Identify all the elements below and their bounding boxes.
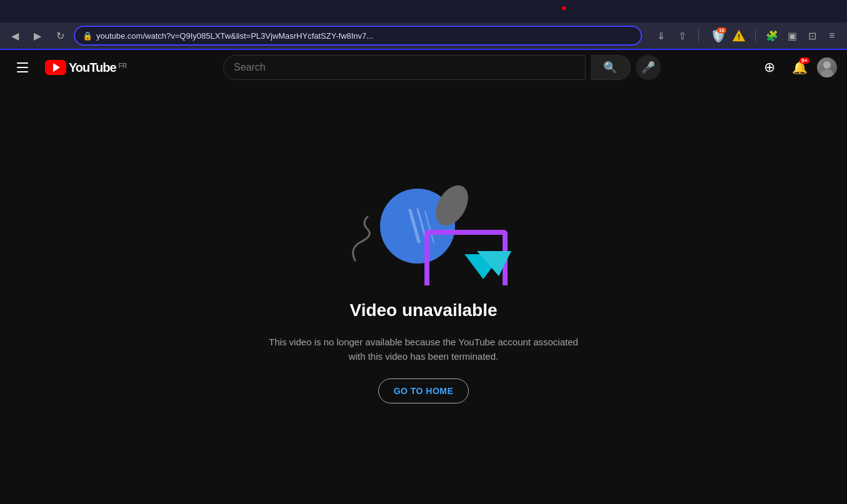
- error-container: Video unavailable This video is no longe…: [268, 161, 580, 403]
- create-icon: ⊕: [764, 59, 775, 76]
- separator: [698, 29, 699, 42]
- svg-text:!: !: [738, 33, 740, 41]
- youtube-app: YouTube FR 🔍 🎤 ⊕ 🔔 9+: [0, 50, 847, 504]
- create-button[interactable]: ⊕: [757, 55, 782, 80]
- url-text: youtube.com/watch?v=Q9Iy085LXTw&list=PL3…: [96, 31, 633, 41]
- extensions-area: 🛡️ 16 !: [709, 26, 748, 45]
- header-actions: ⊕ 🔔 9+: [757, 55, 837, 80]
- youtube-country-label: FR: [119, 62, 127, 69]
- go-to-home-button[interactable]: GO TO HOME: [378, 378, 469, 403]
- hamburger-line-3: [17, 71, 28, 72]
- lock-icon: 🔒: [83, 31, 93, 41]
- menu-button[interactable]: ≡: [823, 27, 841, 44]
- warning-icon: !: [730, 27, 748, 44]
- share-button[interactable]: ⇧: [673, 27, 691, 44]
- error-illustration: [318, 161, 530, 285]
- browser-menu-icons: 🧩 ▣ ⊡ ≡: [763, 27, 841, 44]
- extensions-button[interactable]: ⊡: [803, 27, 821, 44]
- notification-badge: 9+: [799, 57, 809, 64]
- voice-search-button[interactable]: 🎤: [636, 55, 661, 80]
- svg-point-2: [823, 61, 831, 69]
- youtube-logo-text: YouTube: [69, 61, 116, 75]
- brave-shield-button[interactable]: 🛡️ 16: [709, 26, 728, 45]
- puzzle-icon-button[interactable]: 🧩: [763, 27, 781, 44]
- download-button[interactable]: ⇓: [652, 27, 669, 44]
- search-area: 🔍 🎤: [137, 55, 747, 80]
- error-main-content: Video unavailable This video is no longe…: [0, 85, 847, 504]
- tab-bar: [0, 0, 847, 22]
- error-svg: [318, 161, 530, 285]
- microphone-icon: 🎤: [641, 61, 655, 74]
- warning-triangle-svg: !: [731, 29, 746, 42]
- red-dot-decoration: [562, 6, 566, 10]
- separator-2: [755, 29, 756, 42]
- search-input[interactable]: [234, 62, 575, 73]
- search-bar[interactable]: [223, 55, 586, 80]
- forward-button[interactable]: ▶: [29, 27, 46, 44]
- browser-actions: ⇓ ⇧: [652, 27, 691, 44]
- hamburger-menu-button[interactable]: [10, 55, 35, 80]
- youtube-play-triangle: [53, 63, 60, 72]
- reload-button[interactable]: ↻: [51, 27, 69, 44]
- avatar[interactable]: [817, 57, 837, 77]
- back-button[interactable]: ◀: [6, 27, 24, 44]
- error-title: Video unavailable: [349, 300, 497, 320]
- error-description: This video is no longer available becaus…: [268, 335, 580, 363]
- search-icon: 🔍: [603, 61, 617, 74]
- address-bar[interactable]: 🔒 youtube.com/watch?v=Q9Iy085LXTw&list=P…: [74, 26, 642, 46]
- search-button[interactable]: 🔍: [591, 55, 631, 80]
- svg-point-3: [821, 69, 833, 77]
- brave-shield-badge: 16: [717, 27, 726, 33]
- browser-chrome: ◀ ▶ ↻ 🔒 youtube.com/watch?v=Q9Iy085LXTw&…: [0, 0, 847, 50]
- hamburger-line-2: [17, 67, 28, 68]
- avatar-image: [817, 57, 837, 77]
- nav-bar: ◀ ▶ ↻ 🔒 youtube.com/watch?v=Q9Iy085LXTw&…: [0, 22, 847, 50]
- youtube-logo-icon: [45, 60, 66, 75]
- youtube-logo[interactable]: YouTube FR: [45, 60, 127, 75]
- youtube-header: YouTube FR 🔍 🎤 ⊕ 🔔 9+: [0, 50, 847, 85]
- notifications-button[interactable]: 🔔 9+: [787, 55, 812, 80]
- hamburger-line-1: [17, 62, 28, 64]
- sidebar-toggle-button[interactable]: ▣: [783, 27, 801, 44]
